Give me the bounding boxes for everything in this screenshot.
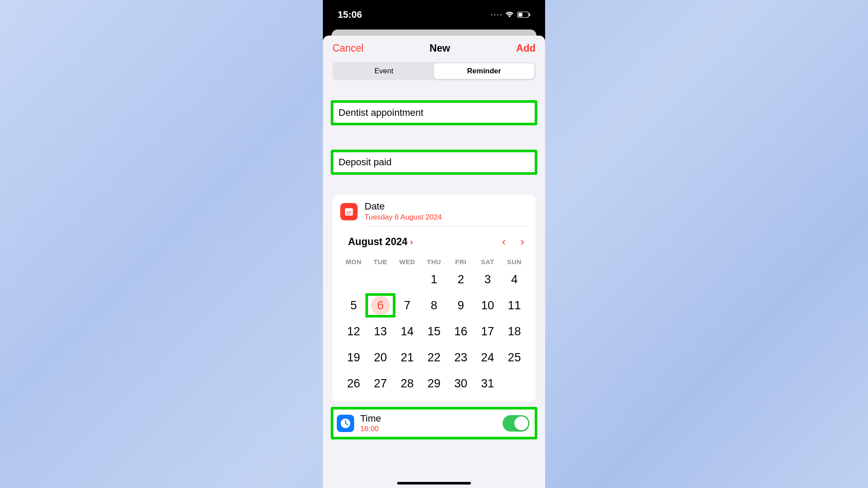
time-row: Time 16:00 — [331, 407, 537, 439]
status-bar: 15:06 — [323, 0, 545, 29]
calendar-day-empty — [501, 373, 528, 394]
home-indicator[interactable] — [397, 482, 471, 485]
calendar-day[interactable]: 21 — [394, 347, 421, 368]
nav-bar: Cancel New Add — [323, 36, 545, 59]
segment-event[interactable]: Event — [334, 63, 434, 79]
time-toggle[interactable] — [503, 415, 529, 432]
time-labels[interactable]: Time 16:00 — [360, 413, 496, 433]
date-value: Tuesday 6 August 2024 — [365, 213, 528, 222]
date-row[interactable]: Date Tuesday 6 August 2024 — [332, 195, 536, 227]
calendar-day[interactable]: 4 — [501, 269, 528, 290]
dow-label: THU — [421, 258, 447, 265]
dow-label: WED — [394, 258, 421, 265]
prev-month-button[interactable]: ‹ — [502, 235, 506, 249]
modal-sheet: Cancel New Add Event Reminder Dentist ap… — [323, 36, 545, 488]
calendar-day[interactable]: 29 — [421, 373, 447, 394]
calendar-day[interactable]: 17 — [474, 321, 501, 342]
page-title: New — [430, 43, 450, 54]
calendar-header: August 2024 › ‹ › — [332, 227, 536, 252]
calendar-day[interactable]: 7 — [394, 295, 421, 316]
calendar-day[interactable]: 13 — [367, 321, 394, 342]
calendar-day[interactable]: 11 — [501, 295, 528, 316]
type-segment: Event Reminder — [332, 62, 536, 80]
segment-reminder[interactable]: Reminder — [434, 63, 534, 79]
calendar-day[interactable]: 24 — [474, 347, 501, 368]
days-grid: 1234567891011121314151617181920212223242… — [332, 267, 536, 402]
toggle-knob — [514, 416, 528, 430]
next-month-button[interactable]: › — [520, 235, 524, 249]
calendar-day[interactable]: 2 — [447, 269, 474, 290]
calendar-day[interactable]: 15 — [421, 321, 447, 342]
svg-rect-2 — [529, 13, 530, 16]
calendar-day[interactable]: 9 — [447, 295, 474, 316]
battery-icon — [517, 12, 530, 18]
background: 15:06 Cancel New Add Event — [0, 0, 868, 488]
calendar-day[interactable]: 30 — [447, 373, 474, 394]
calendar-day[interactable]: 18 — [501, 321, 528, 342]
calendar-day[interactable]: 5 — [340, 295, 367, 316]
calendar-day-empty — [367, 269, 394, 290]
notes-input[interactable]: Deposit paid — [331, 150, 537, 175]
calendar-day-empty — [394, 269, 421, 290]
wifi-icon — [505, 12, 514, 18]
calendar-day[interactable]: 6 — [367, 295, 394, 316]
time-value: 16:00 — [360, 425, 496, 433]
date-labels: Date Tuesday 6 August 2024 — [365, 201, 528, 226]
calendar-day[interactable]: 27 — [367, 373, 394, 394]
month-picker[interactable]: August 2024 › — [348, 236, 413, 248]
calendar-day[interactable]: 26 — [340, 373, 367, 394]
calendar-day[interactable]: 28 — [394, 373, 421, 394]
add-button[interactable]: Add — [516, 43, 536, 54]
date-card: Date Tuesday 6 August 2024 August 2024 ›… — [332, 195, 536, 402]
notes-input-text: Deposit paid — [339, 157, 529, 168]
calendar-icon — [340, 203, 358, 220]
clock-icon — [337, 415, 354, 432]
cancel-button[interactable]: Cancel — [332, 43, 364, 54]
calendar-day[interactable]: 25 — [501, 347, 528, 368]
dow-label: MON — [340, 258, 367, 265]
calendar-day[interactable]: 12 — [340, 321, 367, 342]
dow-label: TUE — [367, 258, 394, 265]
calendar-day-empty — [340, 269, 367, 290]
title-input-text: Dentist appointment — [339, 107, 529, 118]
status-icons — [491, 12, 530, 18]
calendar-day[interactable]: 14 — [394, 321, 421, 342]
title-input[interactable]: Dentist appointment — [331, 100, 537, 125]
calendar-day[interactable]: 8 — [421, 295, 447, 316]
calendar-day[interactable]: 20 — [367, 347, 394, 368]
calendar-day[interactable]: 23 — [447, 347, 474, 368]
phone-frame: 15:06 Cancel New Add Event — [323, 0, 545, 488]
calendar-day[interactable]: 31 — [474, 373, 501, 394]
calendar-day[interactable]: 22 — [421, 347, 447, 368]
calendar-day[interactable]: 1 — [421, 269, 447, 290]
calendar-day[interactable]: 10 — [474, 295, 501, 316]
dow-label: FRI — [447, 258, 474, 265]
time-label: Time — [360, 413, 496, 424]
calendar-day[interactable]: 3 — [474, 269, 501, 290]
dow-label: SAT — [474, 258, 501, 265]
dow-label: SUN — [501, 258, 528, 265]
month-label: August 2024 — [348, 236, 408, 248]
day-of-week-row: MONTUEWEDTHUFRISATSUN — [332, 252, 536, 267]
cellular-dots-icon — [491, 14, 502, 16]
calendar-nav: ‹ › — [502, 235, 524, 249]
svg-rect-1 — [519, 13, 523, 17]
calendar-day[interactable]: 19 — [340, 347, 367, 368]
status-time: 15:06 — [338, 9, 362, 20]
chevron-right-icon: › — [410, 237, 413, 247]
calendar-day[interactable]: 16 — [447, 321, 474, 342]
date-label: Date — [365, 201, 528, 212]
svg-rect-4 — [345, 208, 353, 210]
